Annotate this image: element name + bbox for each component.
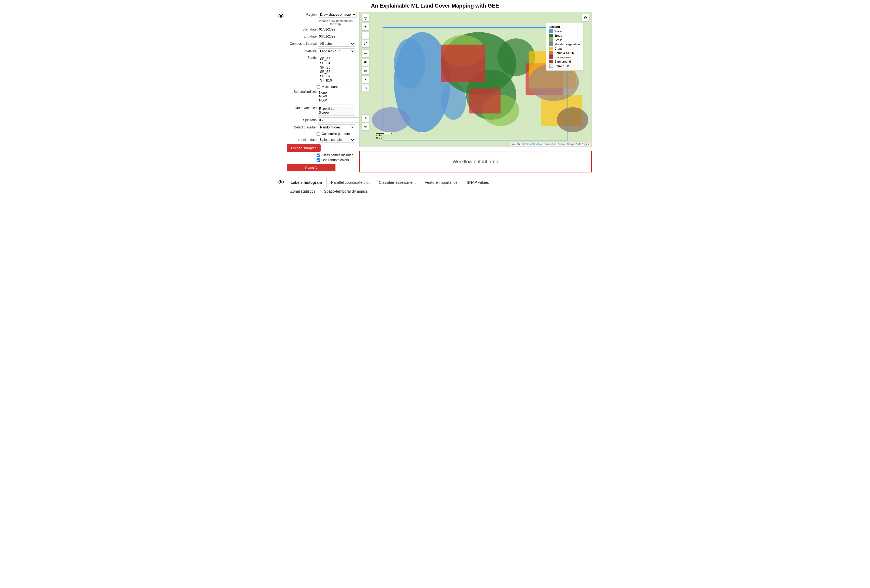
bands-select[interactable]: SR_B3 SR_B4 SR_B5 SR_B6 SR_B7 ST_B10: [318, 56, 355, 83]
class-names-checkbox[interactable]: [317, 153, 320, 157]
upload-btn-row: Upload samples: [287, 144, 355, 151]
satellite-row: Satellite Landsat 9 SR: [287, 48, 355, 54]
legend-color-builtup: [550, 55, 553, 59]
legend-title: Legend: [550, 25, 580, 28]
left-panel: Region Draw shapes on map Please draw ge…: [287, 12, 357, 172]
tabs-row-2: Zonal statistics Spatio-temporal dynamic…: [286, 187, 592, 195]
legend-color-bare: [550, 59, 553, 64]
fullscreen-btn[interactable]: ⛶: [362, 40, 369, 48]
draw-controls: ✏ ⬟ ▭ ● ⊙: [362, 50, 369, 92]
legend-label-builtup: Built-up area: [554, 56, 571, 59]
map-settings-btn[interactable]: ⚙: [582, 14, 589, 22]
labeled-data-select[interactable]: Upload samples: [318, 137, 355, 143]
end-date-input[interactable]: [318, 34, 361, 39]
legend-label-grass: Grass: [554, 38, 562, 42]
section-a-label: (a): [279, 14, 284, 19]
bottom-section: (b) Labels histogram Parallel coordinate…: [279, 178, 592, 195]
legend-color-grass: [550, 38, 553, 42]
legend-trees: Trees: [550, 34, 580, 37]
delete-btn[interactable]: 🗑: [362, 123, 369, 131]
legend-shrub: Shrub & Scrub: [550, 51, 580, 55]
page-title: An Explainable ML Land Cover Mapping wit…: [279, 3, 592, 9]
upload-samples-button[interactable]: Upload samples: [287, 144, 320, 151]
map-legend: Legend Water Trees Grass: [546, 23, 583, 71]
legend-water: Water: [550, 30, 580, 33]
spectral-row: Spectral indices None NDVI NDWI: [287, 90, 355, 104]
labeled-data-label: Labeled data: [287, 138, 317, 142]
legend-label-snow: Snow & Ice: [554, 64, 570, 67]
classifier-select[interactable]: RandomForest: [318, 125, 355, 130]
composite-select[interactable]: All dates: [318, 41, 355, 47]
section-b-label: (b): [279, 180, 284, 184]
legend-flooded: Flooded vegetation: [550, 42, 580, 46]
start-date-row: Start date: [287, 27, 355, 32]
location-btn[interactable]: ◎: [362, 14, 369, 22]
classify-button[interactable]: Classify: [287, 164, 335, 171]
draw-circle-btn[interactable]: ●: [362, 76, 369, 83]
draw-polygon-btn[interactable]: ⬟: [362, 58, 369, 66]
map-container[interactable]: ◎ + − ⛶ ✏ ⬟ ▭ ● ⊙ ✎ 🗑: [359, 12, 591, 147]
legend-color-flooded: [550, 42, 553, 46]
classifier-row: Select classifier RandomForest: [287, 125, 355, 130]
satellite-select[interactable]: Landsat 9 SR: [318, 48, 355, 54]
legend-label-bare: Bare ground: [554, 60, 571, 63]
bands-row: Bands SR_B3 SR_B4 SR_B5 SR_B6 SR_B7 ST_B…: [287, 56, 355, 83]
zoom-out-btn[interactable]: −: [362, 31, 369, 39]
customize-label: Customize parameters: [322, 132, 355, 136]
end-date-row: End date: [287, 34, 355, 39]
classifier-label: Select classifier: [287, 125, 317, 129]
legend-snow: Snow & Ice: [550, 64, 580, 68]
customize-checkbox[interactable]: [317, 132, 320, 136]
satellite-label: Satellite: [287, 49, 317, 53]
other-vars-label: Other variables: [287, 106, 317, 110]
random-colors-row: Use random colors: [317, 158, 355, 162]
tab-spatio-temporal[interactable]: Spatio-temporal dynamics: [320, 188, 372, 195]
tab-labels-histogram[interactable]: Labels histogram: [286, 178, 326, 187]
legend-color-snow: [550, 64, 553, 68]
tabs-row-1: Labels histogram Parallel coordinate plo…: [286, 178, 592, 187]
svg-point-15: [372, 107, 410, 132]
draw-pencil-btn[interactable]: ✏: [362, 50, 369, 57]
start-date-label: Start date: [287, 28, 317, 31]
legend-color-crops: [550, 47, 553, 50]
region-hint: Please draw geometry on the map.: [317, 19, 355, 26]
edit-btn[interactable]: ✎: [362, 114, 369, 122]
composite-row: Composite interval All dates: [287, 41, 355, 47]
svg-rect-10: [469, 89, 501, 114]
end-date-label: End date: [287, 34, 317, 38]
bands-label: Bands: [287, 56, 317, 59]
other-vars-row: Other variables Elevation Slope: [287, 106, 355, 116]
split-ratio-input[interactable]: [318, 117, 361, 123]
draw-rect-btn[interactable]: ▭: [362, 67, 369, 74]
tab-parallel-coordinate[interactable]: Parallel coordinate plot: [326, 178, 374, 187]
workflow-output-label: Workflow output area: [453, 159, 498, 165]
tab-feature-importance[interactable]: Feature importance: [420, 178, 462, 187]
multi-source-checkbox[interactable]: [317, 85, 320, 89]
legend-color-water: [550, 30, 553, 33]
class-names-label: Class names included: [322, 153, 353, 157]
svg-point-2: [394, 38, 425, 89]
random-colors-label: Use random colors: [322, 158, 349, 162]
legend-label-crops: Crops: [554, 47, 562, 50]
split-ratio-label: Split ratio: [287, 118, 317, 122]
scale-bar: 20 km 10 mi: [376, 133, 392, 140]
tab-shap-values[interactable]: SHAP values: [462, 178, 493, 187]
tabs-panel: Labels histogram Parallel coordinate plo…: [286, 178, 592, 195]
tab-zonal-statistics[interactable]: Zonal statistics: [286, 188, 320, 195]
legend-crops: Crops: [550, 47, 580, 50]
multi-source-row: Multi-source: [317, 85, 355, 89]
legend-label-flooded: Flooded vegetation: [554, 43, 580, 46]
draw-marker-btn[interactable]: ⊙: [362, 84, 369, 92]
start-date-input[interactable]: [318, 27, 361, 32]
zoom-in-btn[interactable]: +: [362, 23, 369, 30]
random-colors-checkbox[interactable]: [317, 158, 320, 162]
svg-point-16: [557, 107, 588, 132]
legend-builtup: Built-up area: [550, 55, 580, 59]
spectral-label: Spectral indices: [287, 90, 317, 94]
other-vars-input[interactable]: Elevation Slope: [318, 106, 355, 116]
scale-mi-label: 10 mi: [376, 137, 392, 140]
classify-btn-row: Classify: [287, 164, 355, 171]
region-select[interactable]: Draw shapes on map: [318, 12, 356, 18]
spectral-select[interactable]: None NDVI NDWI: [318, 90, 355, 104]
tab-classifier-assessment[interactable]: Classifier assessment: [374, 178, 420, 187]
